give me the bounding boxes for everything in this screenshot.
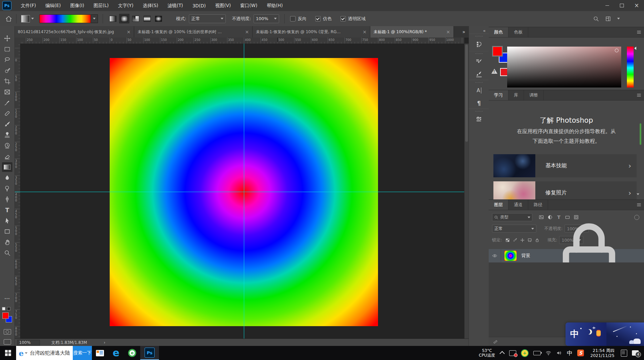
layer-visibility-toggle[interactable]: [489, 249, 501, 262]
canvas-scrollbar[interactable]: [464, 44, 469, 339]
workspace-caret-icon[interactable]: [617, 18, 620, 19]
lock-board-button[interactable]: [526, 238, 533, 243]
document-tab-2[interactable]: 未标题-1-恢复的 @ 100% (生活的世界的时 …×: [134, 26, 253, 38]
taskbar-app-photoshop[interactable]: Ps: [140, 346, 159, 360]
reverse-toggle[interactable]: 反向: [290, 16, 307, 22]
ime-language-indicator[interactable]: 中: [570, 328, 579, 340]
transparency-checkbox[interactable]: [340, 16, 346, 21]
vertical-guide[interactable]: [244, 44, 244, 339]
taskbar-app-browser[interactable]: e: [124, 346, 140, 360]
lasso-tool[interactable]: [2, 55, 12, 65]
tray-wifi[interactable]: [545, 350, 551, 356]
dock-brush-settings-button[interactable]: [469, 55, 489, 68]
tray-notes[interactable]: [621, 350, 627, 357]
restore-button[interactable]: [614, 0, 629, 11]
eraser-tool[interactable]: [2, 152, 12, 161]
tab-overflow-button[interactable]: »: [458, 26, 469, 38]
learn-card-1[interactable]: 基本技能›: [493, 154, 637, 177]
hand-tool[interactable]: [2, 237, 12, 247]
menu-window[interactable]: 窗口(W): [235, 0, 262, 11]
tray-sogou[interactable]: S: [577, 350, 584, 356]
layer-name[interactable]: 背景: [521, 253, 530, 259]
clone-stamp-tool[interactable]: [2, 130, 12, 140]
close-button[interactable]: ×: [629, 0, 644, 11]
tray-screenshot[interactable]: [509, 350, 516, 356]
notification-center-button[interactable]: 4: [632, 350, 639, 356]
layers-tab-通道[interactable]: 通道: [508, 200, 528, 210]
document-tab-3[interactable]: 未标题-1-恢复的-恢复的 @ 100% (背景, RG…×: [253, 26, 370, 38]
home-icon[interactable]: [5, 15, 13, 22]
learn-tab-库[interactable]: 库: [508, 90, 524, 100]
marquee-tool[interactable]: [2, 44, 12, 54]
search-go-button[interactable]: 搜索一下: [73, 346, 92, 360]
taskbar-app-edge[interactable]: e: [108, 346, 124, 360]
healing-brush-tool[interactable]: [2, 109, 12, 118]
edit-toolbar-button[interactable]: ···: [0, 296, 14, 301]
dock-properties-button[interactable]: [469, 113, 489, 126]
start-button[interactable]: [0, 346, 16, 360]
link-layers-icon[interactable]: [492, 339, 499, 345]
cpu-temperature[interactable]: 53°C CPU温度: [479, 348, 495, 358]
lock-brush-button[interactable]: [511, 238, 519, 243]
screen-mode-button[interactable]: [4, 339, 11, 345]
reverse-checkbox[interactable]: [290, 16, 296, 21]
tab-close-icon[interactable]: ×: [245, 29, 249, 35]
layer-thumbnail[interactable]: [504, 251, 517, 261]
menu-3d[interactable]: 3D(D): [188, 0, 211, 11]
mode-select[interactable]: 正常: [189, 14, 226, 23]
tab-close-icon[interactable]: ×: [446, 29, 450, 35]
tab-close-icon[interactable]: ×: [363, 29, 367, 35]
hue-slider[interactable]: [627, 47, 634, 87]
tool-preset-picker[interactable]: [21, 15, 34, 22]
brush-tool[interactable]: [2, 119, 12, 129]
diamond-gradient-button[interactable]: [153, 14, 164, 23]
layers-tab-图层[interactable]: 图层: [489, 200, 508, 210]
tray-accelerator[interactable]: +: [521, 349, 529, 357]
taskbar-app-contacts[interactable]: [92, 346, 108, 360]
collapse-panels-button[interactable]: «: [483, 28, 486, 33]
search-suggestion-text[interactable]: 台湾凶犯潜逃大陆: [30, 350, 70, 356]
tray-volume[interactable]: [556, 350, 562, 356]
dock-character-button[interactable]: A: [469, 84, 489, 97]
path-selection-tool[interactable]: [2, 216, 12, 226]
layer-row-background[interactable]: 背景: [489, 249, 644, 262]
lock-checker-button[interactable]: [504, 238, 511, 243]
ruler-origin-corner[interactable]: [14, 38, 20, 44]
blur-tool[interactable]: [2, 173, 12, 183]
taskbar-search-box[interactable]: e 台湾凶犯潜逃大陆: [16, 346, 73, 360]
dither-toggle[interactable]: 仿色: [315, 16, 332, 22]
menu-select[interactable]: 选择(S): [138, 0, 163, 11]
menu-layer[interactable]: 图层(L): [89, 0, 113, 11]
eyedropper-tool[interactable]: [2, 98, 12, 108]
search-icon[interactable]: [593, 16, 599, 22]
pen-tool[interactable]: [2, 194, 12, 204]
learn-panel-menu-button[interactable]: [634, 90, 644, 100]
gradient-tool[interactable]: [2, 162, 12, 172]
layer-filter-select[interactable]: 类型: [492, 213, 532, 221]
workspace-icon[interactable]: [605, 16, 611, 22]
hue-slider-marker[interactable]: [634, 47, 636, 50]
rectangle-tool[interactable]: [2, 227, 12, 236]
color-picker-field[interactable]: [507, 47, 621, 87]
reflected-gradient-button[interactable]: [142, 14, 152, 23]
scrollbar-thumb[interactable]: [465, 45, 468, 142]
menu-help[interactable]: 帮助(H): [262, 0, 287, 11]
quick-mask-button[interactable]: [4, 329, 11, 335]
menu-image[interactable]: 图像(I): [65, 0, 89, 11]
learn-card-2[interactable]: 修复照片›: [493, 181, 637, 200]
blend-mode-select[interactable]: 正常: [492, 225, 536, 233]
menu-file[interactable]: 文件(F): [16, 0, 41, 11]
status-expander-button[interactable]: ›: [104, 340, 105, 345]
learn-tab-调整[interactable]: 调整: [524, 90, 544, 100]
menu-edit[interactable]: 编辑(E): [41, 0, 65, 11]
gradient-picker-button[interactable]: [91, 14, 98, 23]
color-picker-indicator[interactable]: [615, 49, 619, 52]
taskbar-clock[interactable]: 21:54 周四 2021/11/25: [590, 348, 614, 358]
learn-tab-学习[interactable]: 学习: [489, 90, 508, 100]
color-panel-menu-button[interactable]: [634, 27, 644, 37]
type-tool[interactable]: T: [2, 205, 12, 215]
foreground-background-swatches[interactable]: [0, 312, 14, 323]
angle-gradient-button[interactable]: [130, 14, 141, 23]
horizontal-ruler[interactable]: 2502001501005005010015020025030035040045…: [20, 38, 464, 44]
color-tab-色板[interactable]: 色板: [508, 27, 528, 37]
